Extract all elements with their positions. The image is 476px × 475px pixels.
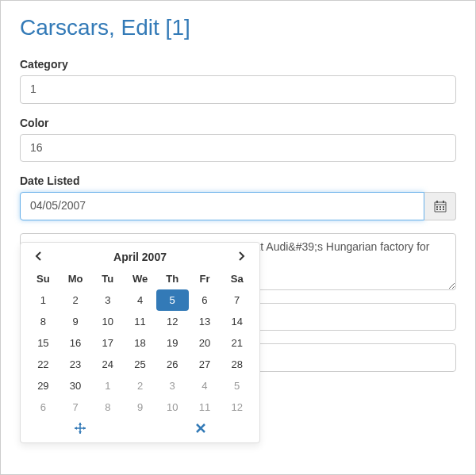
date-listed-group: Date Listed — [20, 174, 456, 220]
svg-rect-7 — [443, 209, 444, 210]
calendar-day[interactable]: 10 — [91, 311, 124, 332]
calendar-day[interactable]: 30 — [60, 375, 92, 396]
calendar-day[interactable]: 29 — [27, 375, 60, 396]
category-label: Category — [20, 58, 456, 71]
dow-cell: Mo — [60, 268, 92, 289]
svg-rect-1 — [443, 201, 444, 203]
calendar-day[interactable]: 11 — [189, 396, 221, 418]
calendar-icon[interactable] — [424, 192, 456, 220]
calendar-day[interactable]: 18 — [124, 332, 156, 354]
calendar-day[interactable]: 9 — [60, 311, 92, 332]
calendar-day[interactable]: 2 — [124, 375, 156, 396]
svg-rect-3 — [440, 206, 441, 208]
svg-rect-6 — [440, 209, 441, 210]
dow-cell: Tu — [91, 268, 124, 289]
calendar-row: 22232425262728 — [27, 354, 253, 375]
calendar-day[interactable]: 16 — [60, 332, 92, 354]
calendar-day[interactable]: 17 — [91, 332, 124, 354]
calendar-day[interactable]: 11 — [124, 311, 156, 332]
calendar-row: 15161718192021 — [27, 332, 253, 354]
category-group: Category — [20, 58, 456, 104]
svg-rect-5 — [436, 209, 438, 210]
calendar-row: 6789101112 — [27, 396, 253, 418]
calendar-day[interactable]: 3 — [156, 375, 189, 396]
prev-month-button[interactable] — [27, 251, 51, 263]
calendar-day[interactable]: 25 — [124, 354, 156, 375]
calendar-day[interactable]: 6 — [189, 289, 221, 311]
calendar-day[interactable]: 1 — [27, 289, 60, 311]
calendar-day[interactable]: 19 — [156, 332, 189, 354]
datepicker: April 2007 SuMoTuWeThFrSa 12345678910111… — [20, 242, 260, 443]
svg-rect-0 — [436, 201, 438, 203]
calendar-day[interactable]: 1 — [91, 375, 124, 396]
calendar-day[interactable]: 26 — [156, 354, 189, 375]
calendar-day[interactable]: 7 — [221, 289, 253, 311]
color-input[interactable] — [20, 134, 456, 163]
calendar-day[interactable]: 22 — [27, 354, 60, 375]
calendar-day[interactable]: 20 — [189, 332, 221, 354]
calendar-day[interactable]: 4 — [189, 375, 221, 396]
calendar-day[interactable]: 15 — [27, 332, 60, 354]
calendar-day[interactable]: 21 — [221, 332, 253, 354]
calendar-day[interactable]: 5 — [156, 289, 189, 311]
calendar-day[interactable]: 8 — [27, 311, 60, 332]
calendar-day[interactable]: 27 — [189, 354, 221, 375]
calendar-row: 293012345 — [27, 375, 253, 396]
date-listed-input[interactable] — [20, 192, 424, 220]
calendar-day[interactable]: 3 — [91, 289, 124, 311]
today-button[interactable] — [75, 423, 86, 436]
calendar-day[interactable]: 14 — [221, 311, 253, 332]
calendar-day[interactable]: 6 — [27, 396, 60, 418]
calendar-day[interactable]: 12 — [221, 396, 253, 418]
page-title: Carscars, Edit [1] — [20, 15, 456, 40]
color-label: Color — [20, 117, 456, 129]
calendar-day[interactable]: 10 — [156, 396, 189, 418]
calendar-row: 891011121314 — [27, 311, 253, 332]
clear-button[interactable] — [196, 423, 205, 436]
dow-cell: We — [124, 268, 156, 289]
next-month-button[interactable] — [229, 251, 253, 263]
calendar-day[interactable]: 8 — [91, 396, 124, 418]
calendar-day[interactable]: 13 — [189, 311, 221, 332]
calendar-row: 1234567 — [27, 289, 253, 311]
calendar-day[interactable]: 4 — [124, 289, 156, 311]
calendar-day[interactable]: 24 — [91, 354, 124, 375]
dow-cell: Th — [156, 268, 189, 289]
calendar-day[interactable]: 9 — [124, 396, 156, 418]
dow-cell: Fr — [189, 268, 221, 289]
dow-cell: Su — [27, 268, 60, 289]
calendar-day[interactable]: 5 — [221, 375, 253, 396]
datepicker-dow-row: SuMoTuWeThFrSa — [27, 268, 253, 289]
calendar-day[interactable]: 7 — [60, 396, 92, 418]
calendar-day[interactable]: 12 — [156, 311, 189, 332]
svg-rect-2 — [436, 206, 438, 208]
calendar-day[interactable]: 2 — [60, 289, 92, 311]
date-listed-label: Date Listed — [20, 174, 456, 187]
svg-rect-4 — [443, 206, 444, 208]
datepicker-title[interactable]: April 2007 — [51, 251, 229, 263]
calendar-day[interactable]: 28 — [221, 354, 253, 375]
dow-cell: Sa — [221, 268, 253, 289]
calendar-day[interactable]: 23 — [60, 354, 92, 375]
color-group: Color — [20, 117, 456, 163]
category-input[interactable] — [20, 75, 456, 104]
